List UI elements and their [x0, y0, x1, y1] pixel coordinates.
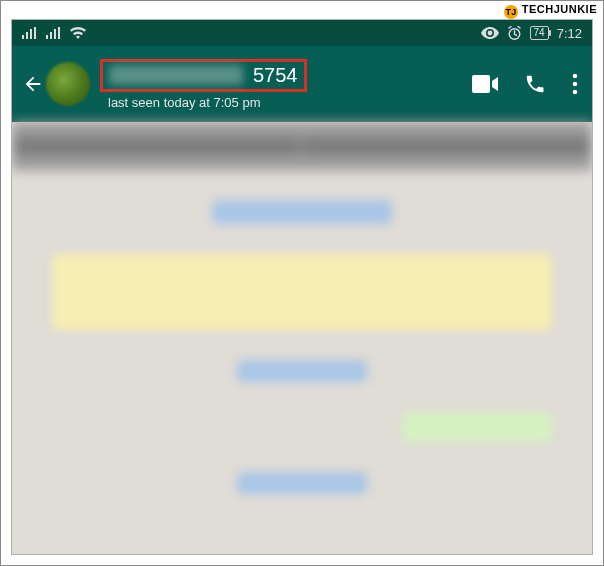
eye-icon	[481, 27, 499, 39]
outgoing-message[interactable]	[402, 412, 552, 442]
back-icon[interactable]	[22, 73, 44, 95]
alarm-icon	[507, 26, 522, 41]
chat-header: 5754 last seen today at 7:05 pm	[12, 46, 592, 122]
watermark: TJ TECHJUNKIE	[504, 3, 597, 19]
date-chip	[237, 472, 367, 494]
svg-point-4	[573, 90, 578, 95]
battery-icon: 74	[530, 26, 549, 40]
date-chip	[212, 200, 392, 224]
contact-number-visible: 5754	[253, 64, 298, 87]
encryption-notice	[52, 254, 552, 330]
blurred-banner	[12, 122, 592, 170]
wifi-icon	[70, 27, 86, 39]
signal-1-icon	[22, 27, 36, 39]
svg-point-3	[573, 82, 578, 87]
signal-2-icon	[46, 27, 60, 39]
contact-number-highlight: 5754	[100, 59, 307, 92]
contact-avatar[interactable]	[46, 62, 90, 106]
watermark-badge-icon: TJ	[504, 5, 518, 19]
more-options-icon[interactable]	[572, 73, 578, 95]
date-chip	[237, 360, 367, 382]
chat-area[interactable]	[12, 170, 592, 524]
status-time: 7:12	[557, 26, 582, 41]
redacted-number-part	[109, 65, 243, 85]
svg-point-2	[573, 74, 578, 79]
voice-call-icon[interactable]	[524, 73, 546, 95]
app-screen: 74 7:12 5754 last seen today at 7:05 pm	[11, 19, 593, 555]
video-call-icon[interactable]	[472, 75, 498, 93]
last-seen-text: last seen today at 7:05 pm	[108, 95, 472, 110]
status-bar: 74 7:12	[12, 20, 592, 46]
watermark-text: TECHJUNKIE	[522, 3, 597, 15]
svg-rect-1	[472, 75, 490, 93]
contact-info[interactable]: 5754 last seen today at 7:05 pm	[100, 59, 472, 110]
